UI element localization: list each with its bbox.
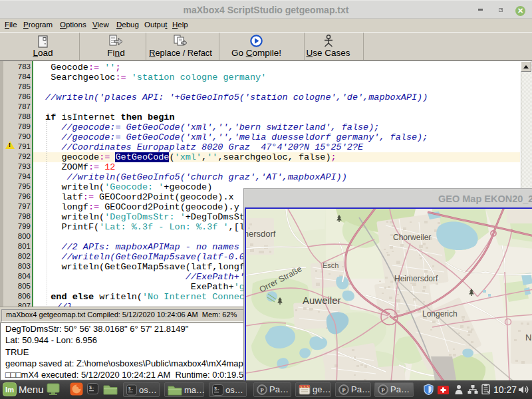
svg-text:P: P <box>342 387 346 394</box>
svg-text:Longerich: Longerich <box>422 309 458 319</box>
svg-text:$-: $- <box>214 386 219 392</box>
svg-text:Heimersdorf: Heimersdorf <box>394 274 438 283</box>
svg-text:Sinnersdorf: Sinnersdorf <box>246 229 276 239</box>
svg-text:$-: $- <box>89 385 94 390</box>
svg-text:Esch: Esch <box>323 261 338 269</box>
svg-text:P: P <box>381 387 385 394</box>
svg-text:Auweiler: Auweiler <box>303 295 341 306</box>
svg-text:P: P <box>260 387 264 394</box>
svg-text:lm: lm <box>5 386 14 394</box>
svg-text:Nippes: Nippes <box>525 332 532 342</box>
svg-text:Chorweiler: Chorweiler <box>393 233 431 242</box>
svg-text:$-: $- <box>128 387 134 392</box>
